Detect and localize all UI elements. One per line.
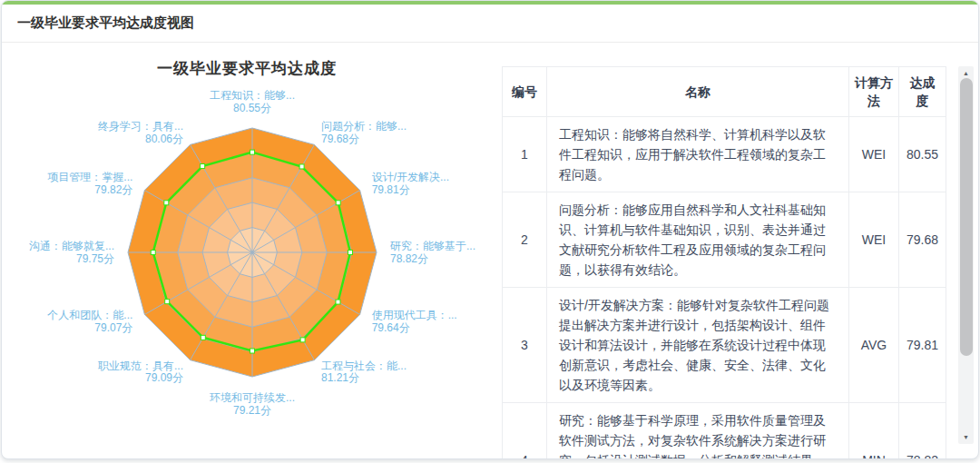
table-cell-name: 设计/开发解决方案：能够针对复杂软件工程问题提出解决方案并进行设计，包括架构设计… (547, 288, 849, 403)
radar-axis-name: 研究：能够基于... (390, 240, 475, 252)
radar-axis-score: 79.21分 (210, 405, 295, 418)
table-row: 3设计/开发解决方案：能够针对复杂软件工程问题提出解决方案并进行设计，包括架构设… (503, 288, 946, 403)
table-header-cell: 名称 (547, 67, 849, 117)
radar-axis-name: 沟通：能够就复... (29, 240, 114, 252)
radar-axis-name: 职业规范：具有... (98, 359, 183, 371)
table-cell-no: 1 (503, 117, 547, 192)
radar-axis-score: 79.81分 (372, 183, 449, 196)
radar-center-dot (250, 251, 254, 254)
radar-axis-name: 问题分析：能够... (321, 120, 407, 133)
radar-axis-name: 个人和团队：能... (47, 309, 132, 321)
table-header-cell: 达成度 (899, 67, 946, 117)
table-cell-method: MIN (849, 403, 899, 460)
radar-data-point (250, 349, 255, 353)
radar-data-point (299, 164, 304, 169)
radar-axis-label: 职业规范：具有...79.09分 (98, 360, 183, 384)
table-row: 2问题分析：能够应用自然科学和人文社科基础知识、计算机与软件基础知识，识别、表达… (503, 192, 946, 288)
radar-axis-label: 设计/开发解决...79.81分 (372, 172, 449, 196)
radar-data-point (336, 300, 340, 304)
radar-data-point (201, 164, 205, 169)
table-cell-method: WEI (849, 117, 899, 192)
radar-axis-name: 设计/开发解决... (372, 171, 449, 183)
radar-axis-score: 81.21分 (321, 372, 407, 385)
requirements-table-panel: 编号名称计算方法达成度 1工程知识：能够将自然科学、计算机科学以及软件工程知识，… (502, 66, 946, 459)
radar-axis-score: 80.06分 (98, 133, 183, 145)
scrollbar-thumb[interactable] (960, 78, 973, 356)
table-cell-no: 2 (503, 192, 547, 288)
radar-axis-name: 工程与社会：能... (321, 359, 407, 371)
requirements-table: 编号名称计算方法达成度 1工程知识：能够将自然科学、计算机科学以及软件工程知识，… (502, 66, 946, 459)
radar-axis-label: 研究：能够基于...78.82分 (390, 241, 475, 265)
radar-axis-label: 工程与社会：能...81.21分 (321, 360, 407, 384)
radar-data-point (336, 201, 340, 205)
radar-data-point (300, 338, 305, 342)
table-row: 1工程知识：能够将自然科学、计算机科学以及软件工程知识，应用于解决软件工程领域的… (503, 117, 946, 192)
radar-axis-score: 79.82分 (47, 183, 132, 196)
radar-data-point (151, 251, 155, 255)
card-header: 一级毕业要求平均达成度视图 (2, 5, 978, 43)
radar-axis-score: 80.55分 (210, 103, 295, 115)
radar-data-point (165, 300, 170, 304)
radar-axis-label: 使用现代工具：...79.64分 (372, 310, 457, 334)
radar-axis-name: 环境和可持续发... (210, 391, 295, 404)
table-header-cell: 编号 (503, 67, 547, 117)
radar-data-point (348, 251, 352, 255)
page-title: 一级毕业要求平均达成度视图 (17, 15, 194, 32)
dashboard-card: 一级毕业要求平均达成度视图 一级毕业要求平均达成度 工程知识：能够...80.5… (1, 0, 979, 459)
radar-axis-name: 终身学习：具有... (98, 120, 183, 133)
radar-axis-label: 问题分析：能够...79.68分 (321, 121, 407, 145)
radar-chart-panel: 一级毕业要求平均达成度 工程知识：能够...80.55分问题分析：能够...79… (2, 43, 492, 459)
radar-axis-label: 工程知识：能够...80.55分 (210, 90, 295, 114)
table-cell-name: 研究：能够基于科学原理，采用软件质量管理及软件测试方法，对复杂软件系统解决方案进… (547, 403, 849, 460)
table-cell-no: 4 (503, 403, 547, 460)
table-cell-score: 80.55 (899, 117, 946, 192)
table-scrollbar[interactable]: ▲ ▼ (958, 66, 974, 444)
radar-axis-name: 使用现代工具：... (372, 309, 457, 321)
radar-axis-score: 79.07分 (47, 321, 132, 334)
radar-axis-score: 79.09分 (98, 372, 183, 385)
table-cell-score: 78.82 (899, 403, 946, 460)
radar-axis-label: 个人和团队：能...79.07分 (47, 310, 132, 334)
table-row: 4研究：能够基于科学原理，采用软件质量管理及软件测试方法，对复杂软件系统解决方案… (503, 403, 946, 460)
radar-axis-label: 终身学习：具有...80.06分 (98, 121, 183, 145)
radar-data-point (250, 150, 255, 154)
table-cell-name: 问题分析：能够应用自然科学和人文社科基础知识、计算机与软件基础知识，识别、表达并… (547, 192, 849, 288)
radar-data-point (164, 201, 169, 205)
radar-axis-score: 79.64分 (372, 321, 457, 334)
table-header-cell: 计算方法 (849, 67, 899, 117)
radar-axis-name: 项目管理：掌握... (47, 171, 132, 183)
radar-axis-score: 79.68分 (321, 133, 407, 145)
radar-axis-name: 工程知识：能够... (210, 89, 295, 102)
radar-axis-label: 沟通：能够就复...79.75分 (29, 241, 114, 265)
table-cell-no: 3 (503, 288, 547, 403)
table-cell-score: 79.68 (899, 192, 946, 288)
radar-axis-label: 项目管理：掌握...79.82分 (47, 172, 132, 196)
radar-axis-score: 79.75分 (29, 252, 114, 265)
radar-axis-label: 环境和可持续发...79.21分 (210, 392, 295, 417)
radar-axis-score: 78.82分 (390, 252, 475, 265)
table-header-row: 编号名称计算方法达成度 (503, 67, 946, 117)
table-cell-name: 工程知识：能够将自然科学、计算机科学以及软件工程知识，应用于解决软件工程领域的复… (547, 117, 849, 192)
table-cell-method: AVG (849, 288, 899, 403)
table-cell-score: 79.81 (899, 288, 946, 403)
scroll-down-icon[interactable]: ▼ (958, 430, 974, 444)
table-cell-method: WEI (849, 192, 899, 288)
radar-data-point (201, 335, 205, 340)
